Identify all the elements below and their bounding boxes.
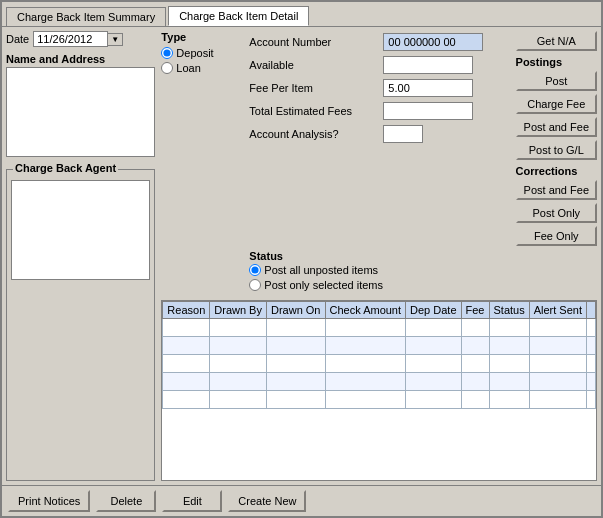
radio-deposit-row: Deposit bbox=[161, 47, 241, 59]
available-row: Available bbox=[249, 56, 507, 74]
postings-label: Postings bbox=[516, 56, 597, 68]
get-na-button[interactable]: Get N/A bbox=[516, 31, 597, 51]
name-address-label: Name and Address bbox=[6, 53, 155, 65]
data-table: Reason Drawn By Drawn On Check Amount De… bbox=[162, 301, 596, 409]
col-drawn-by: Drawn By bbox=[210, 302, 267, 319]
corrections-label: Corrections bbox=[516, 165, 597, 177]
tab-detail[interactable]: Charge Back Item Detail bbox=[168, 6, 309, 26]
account-number-row: Account Number bbox=[249, 33, 507, 51]
col-check-amount: Check Amount bbox=[325, 302, 406, 319]
col-extra bbox=[587, 302, 596, 319]
account-analysis-input[interactable] bbox=[383, 125, 423, 143]
action-buttons: Get N/A Postings Post Charge Fee Post an… bbox=[516, 31, 597, 246]
charge-back-agent-content bbox=[11, 180, 150, 280]
status-label: Status bbox=[249, 250, 597, 262]
fee-per-item-row: Fee Per Item bbox=[249, 79, 507, 97]
date-label: Date bbox=[6, 33, 29, 45]
status-section: Status Post all unposted items Post only… bbox=[249, 250, 597, 294]
date-input[interactable] bbox=[33, 31, 108, 47]
corrections-post-and-fee-button[interactable]: Post and Fee bbox=[516, 180, 597, 200]
col-drawn-on: Drawn On bbox=[266, 302, 325, 319]
left-panel: Date ▼ Name and Address Charge Back Agen… bbox=[6, 31, 155, 481]
col-alert-sent: Alert Sent bbox=[529, 302, 586, 319]
radio-deposit-label: Deposit bbox=[176, 47, 213, 59]
post-to-gl-button[interactable]: Post to G/L bbox=[516, 140, 597, 160]
available-label: Available bbox=[249, 59, 379, 71]
print-notices-button[interactable]: Print Notices bbox=[8, 490, 90, 512]
account-analysis-row: Account Analysis? bbox=[249, 125, 507, 143]
status-option1-row: Post all unposted items bbox=[249, 264, 597, 276]
tab-summary[interactable]: Charge Back Item Summary bbox=[6, 7, 166, 26]
col-dep-date: Dep Date bbox=[406, 302, 461, 319]
create-new-button[interactable]: Create New bbox=[228, 490, 306, 512]
charge-back-agent-section: Charge Back Agent bbox=[6, 169, 155, 481]
radio-deposit[interactable] bbox=[161, 47, 173, 59]
post-button[interactable]: Post bbox=[516, 71, 597, 91]
table-container: Reason Drawn By Drawn On Check Amount De… bbox=[161, 300, 597, 481]
tab-bar: Charge Back Item Summary Charge Back Ite… bbox=[2, 2, 601, 26]
table-row[interactable] bbox=[163, 337, 596, 355]
table-row[interactable] bbox=[163, 373, 596, 391]
account-analysis-label: Account Analysis? bbox=[249, 128, 379, 140]
status-option1-label: Post all unposted items bbox=[264, 264, 378, 276]
name-address-box bbox=[6, 67, 155, 157]
post-only-button[interactable]: Post Only bbox=[516, 203, 597, 223]
account-number-input[interactable] bbox=[383, 33, 483, 51]
radio-loan-row: Loan bbox=[161, 62, 241, 74]
date-row: Date ▼ bbox=[6, 31, 155, 47]
date-dropdown-btn[interactable]: ▼ bbox=[108, 33, 123, 46]
status-option2-row: Post only selected items bbox=[249, 279, 597, 291]
status-radio-all[interactable] bbox=[249, 264, 261, 276]
delete-button[interactable]: Delete bbox=[96, 490, 156, 512]
edit-button[interactable]: Edit bbox=[162, 490, 222, 512]
name-address-section: Name and Address bbox=[6, 53, 155, 157]
radio-loan-label: Loan bbox=[176, 62, 200, 74]
col-fee: Fee bbox=[461, 302, 489, 319]
total-fees-input[interactable] bbox=[383, 102, 473, 120]
fields-section: Account Number Available Fee Per Item bbox=[249, 31, 507, 246]
right-panel: Type Deposit Loan Account Number bbox=[161, 31, 597, 481]
table-row[interactable] bbox=[163, 319, 596, 337]
charge-fee-button[interactable]: Charge Fee bbox=[516, 94, 597, 114]
fee-only-button[interactable]: Fee Only bbox=[516, 226, 597, 246]
fee-per-item-input[interactable] bbox=[383, 79, 473, 97]
post-and-fee-button[interactable]: Post and Fee bbox=[516, 117, 597, 137]
col-reason: Reason bbox=[163, 302, 210, 319]
status-radio-selected[interactable] bbox=[249, 279, 261, 291]
available-input[interactable] bbox=[383, 56, 473, 74]
bottom-bar: Print Notices Delete Edit Create New bbox=[2, 485, 601, 516]
type-label: Type bbox=[161, 31, 241, 43]
charge-back-agent-label: Charge Back Agent bbox=[13, 162, 118, 174]
table-row[interactable] bbox=[163, 391, 596, 409]
account-number-label: Account Number bbox=[249, 36, 379, 48]
col-status: Status bbox=[489, 302, 529, 319]
total-fees-label: Total Estimated Fees bbox=[249, 105, 379, 117]
type-section: Type Deposit Loan bbox=[161, 31, 241, 246]
radio-loan[interactable] bbox=[161, 62, 173, 74]
fee-per-item-label: Fee Per Item bbox=[249, 82, 379, 94]
table-row[interactable] bbox=[163, 355, 596, 373]
status-option2-label: Post only selected items bbox=[264, 279, 383, 291]
total-fees-row: Total Estimated Fees bbox=[249, 102, 507, 120]
